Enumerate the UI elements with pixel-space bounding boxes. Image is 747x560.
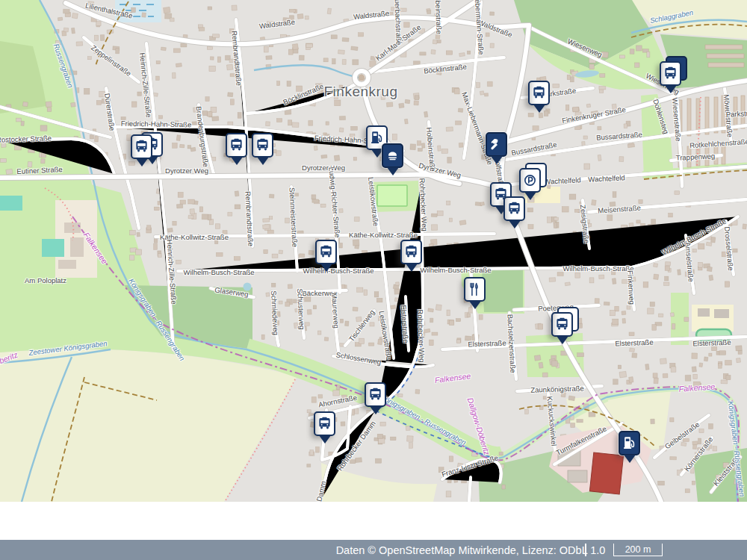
parking-icon (519, 168, 541, 193)
fuel-icon (619, 431, 640, 455)
poi-bus-marker[interactable] (503, 196, 526, 229)
marker-tail (624, 455, 636, 463)
marker-tail (319, 435, 331, 444)
bus-icon (400, 240, 422, 264)
hammer-icon (486, 132, 507, 157)
poi-bus-marker[interactable] (315, 240, 338, 273)
bus-icon (528, 81, 550, 105)
bus-icon (252, 133, 273, 158)
marker-tail (524, 192, 536, 200)
map-viewport[interactable]: FinkenkrugLilienthalstraßeZeppelinstraße… (0, 0, 747, 502)
marker-tail (136, 158, 148, 167)
bus-icon (315, 240, 337, 264)
restaurant-icon (464, 277, 486, 302)
poi-bus-marker[interactable] (528, 81, 551, 113)
poi-bus-marker[interactable] (365, 382, 387, 415)
scale-label: 200 m (625, 545, 651, 555)
bus-icon (365, 382, 386, 407)
scale-bar: 200 m (613, 544, 663, 556)
marker-tail (406, 264, 418, 272)
bus-icon (551, 312, 573, 337)
marker-tail (665, 85, 677, 93)
poi-hammer-marker[interactable] (486, 132, 508, 165)
bus-icon (226, 133, 247, 158)
bus-icon (660, 61, 681, 86)
footer-divider (585, 544, 586, 556)
map-app-window: FinkenkrugLilienthalstraßeZeppelinstraße… (0, 0, 747, 560)
marker-tail (509, 220, 521, 228)
bakery-icon (382, 143, 403, 168)
poi-bus-marker[interactable] (226, 133, 248, 166)
marker-tail (231, 157, 243, 165)
marker-tail (469, 301, 481, 309)
poi-restaurant-marker[interactable] (464, 277, 486, 310)
poi-bus-marker[interactable] (551, 312, 574, 345)
marker-tail (491, 156, 503, 164)
poi-bus-marker[interactable] (314, 411, 336, 444)
marker-tail (257, 157, 269, 165)
poi-bus-marker[interactable] (400, 240, 423, 273)
attribution-text: Daten © OpenStreetMap Mitwirkende, Lizen… (336, 544, 606, 556)
bus-icon (131, 134, 152, 159)
map-footer-bar: Daten © OpenStreetMap Mitwirkende, Lizen… (0, 540, 747, 560)
poi-fuel-marker[interactable] (619, 431, 641, 464)
bus-icon (314, 411, 335, 436)
marker-tail (320, 264, 332, 272)
poi-bus-marker[interactable] (252, 133, 274, 166)
poi-bakery-marker[interactable] (382, 143, 404, 176)
map-markers-layer (0, 0, 747, 502)
poi-bus-marker[interactable] (660, 61, 682, 94)
bus-icon (503, 196, 525, 221)
marker-tail (370, 406, 382, 414)
marker-tail (387, 167, 399, 175)
marker-tail (533, 105, 545, 113)
marker-tail (557, 336, 568, 344)
